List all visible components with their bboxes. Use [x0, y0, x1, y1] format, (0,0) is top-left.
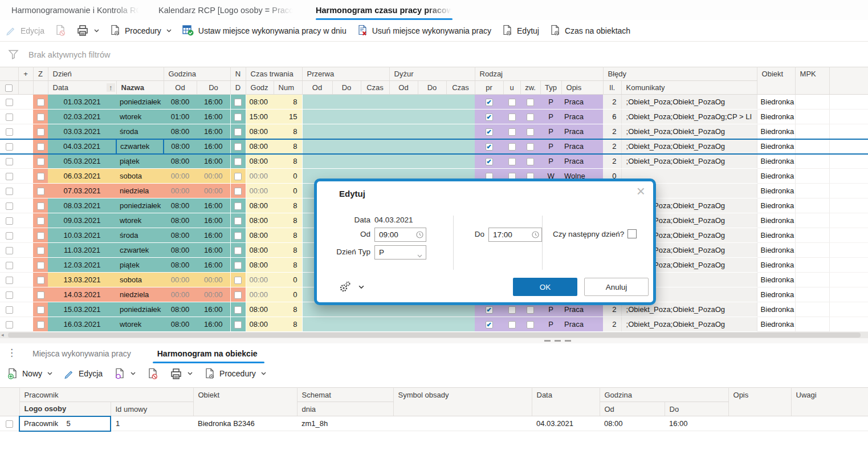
row-select-cell[interactable] [0, 95, 18, 110]
delete-document-button[interactable] [55, 25, 66, 37]
bheader-data[interactable]: Data [532, 388, 600, 416]
header-typ[interactable]: Typ [540, 81, 561, 95]
cell-duration-num[interactable]: 8 [274, 228, 302, 243]
checkbox[interactable] [6, 113, 13, 121]
row-z-cell[interactable] [33, 154, 48, 169]
cell-duration-num[interactable]: 8 [274, 258, 302, 273]
checkbox[interactable] [37, 202, 44, 210]
cell-day-name[interactable]: sobota [116, 169, 164, 184]
header-data[interactable]: Data↑ [48, 81, 116, 95]
cell-duration-num[interactable]: 8 [274, 302, 302, 317]
checkbox[interactable] [6, 262, 13, 269]
header-group-czas-trwania[interactable]: Czas trwania [246, 67, 302, 81]
checkbox[interactable] [234, 202, 242, 210]
cell-symbol-obsady[interactable] [393, 416, 532, 431]
tab-miejsca-wykonywania-pracy[interactable]: Miejsca wykonywania pracy [32, 343, 131, 363]
cell-error-messages[interactable]: ;Obiekt_Poza;Obiekt_PozaOg [621, 139, 757, 154]
cell-break-from[interactable] [302, 124, 332, 139]
checkbox[interactable] [6, 173, 13, 180]
cell-break-from[interactable] [302, 95, 332, 110]
checkbox[interactable] [37, 217, 44, 225]
row-select-cell[interactable] [0, 213, 18, 228]
row-expand-cell[interactable] [18, 228, 33, 243]
cell-day-name[interactable]: wtorek [116, 213, 164, 228]
cell-date[interactable]: 11.03.2021 [48, 243, 116, 258]
cell-duration-hours[interactable]: 15:00 [246, 110, 274, 124]
checkbox[interactable] [6, 158, 13, 165]
checkbox[interactable] [234, 217, 242, 225]
checkbox-checked[interactable]: ✔ [486, 306, 493, 314]
cell-day-name[interactable]: niedziela [116, 287, 164, 302]
cell-filler[interactable] [829, 124, 868, 139]
cell-duration-hours[interactable]: 08:00 [246, 95, 274, 110]
cell-object[interactable]: Biedronka [757, 154, 795, 169]
cell-day-name[interactable]: wtorek [116, 110, 164, 124]
checkbox[interactable] [6, 232, 13, 240]
cell-duration-hours[interactable]: 08:00 [246, 258, 274, 273]
set-workplace-button[interactable]: Ustaw miejsce wykonywania pracy w dniu [182, 25, 347, 37]
cell-zw-checkbox[interactable] [520, 317, 540, 332]
row-select-cell[interactable] [0, 110, 18, 124]
checkbox[interactable] [508, 306, 516, 314]
cell-mpk[interactable] [795, 317, 829, 332]
cell-next-day[interactable] [230, 198, 246, 213]
checkbox[interactable] [527, 99, 534, 106]
checkbox[interactable] [37, 306, 44, 314]
bheader-opis[interactable]: Opis [728, 388, 791, 416]
cell-next-day[interactable] [230, 302, 246, 317]
cell-time-to[interactable]: 16:00 [197, 243, 230, 258]
header-komunikaty[interactable]: Komunikaty [621, 81, 757, 95]
checkbox[interactable] [234, 277, 242, 284]
checkbox[interactable] [6, 99, 13, 106]
cell-next-day[interactable] [230, 243, 246, 258]
cell-duty-from[interactable] [389, 154, 418, 169]
cell-date[interactable]: 05.03.2021 [48, 154, 116, 169]
cell-object[interactable]: Biedronka [757, 287, 795, 302]
row-select-cell[interactable] [0, 169, 18, 184]
cell-type[interactable]: P [540, 317, 561, 332]
header-obiekt[interactable]: Obiekt [757, 67, 795, 95]
cell-next-day[interactable] [230, 95, 246, 110]
cell-pr-checkbox[interactable]: ✔ [475, 95, 503, 110]
cell-duration-hours[interactable]: 00:00 [246, 184, 274, 198]
row-z-cell[interactable] [33, 139, 48, 154]
cell-duty-time[interactable] [446, 124, 475, 139]
checkbox[interactable] [37, 188, 44, 195]
cell-next-day[interactable] [230, 169, 246, 184]
cell-duration-num[interactable]: 8 [274, 139, 302, 154]
cell-filler[interactable] [829, 258, 868, 273]
cell-error-count[interactable]: 6 [603, 110, 621, 124]
cell-mpk[interactable] [795, 95, 829, 110]
header-zw[interactable]: zw. [520, 81, 540, 95]
cell-filler[interactable] [829, 287, 868, 302]
tab-kalendarz-rcp[interactable]: Kalendarz RCP [Logo osoby = Pracown [158, 0, 294, 20]
cell-day-name[interactable]: piątek [116, 258, 164, 273]
cell-time-to[interactable]: 16:00 [197, 198, 230, 213]
header-group-godzina[interactable]: Godzina [164, 67, 230, 81]
cell-mpk[interactable] [795, 139, 829, 154]
cell-break-time[interactable] [361, 124, 389, 139]
cell-day-name[interactable]: poniedziałek [116, 198, 164, 213]
schedule-row[interactable]: 05.03.2021piątek08:0016:0008:008✔PPraca2… [0, 154, 868, 169]
cell-pr-checkbox[interactable]: ✔ [475, 317, 503, 332]
cell-date[interactable]: 16.03.2021 [48, 317, 116, 332]
cell-time-to[interactable]: 00:00 [197, 287, 230, 302]
cell-time-from[interactable]: 00:00 [164, 273, 197, 287]
cell-error-messages[interactable]: ;Obiekt_Poza;Obiekt_PozaOg [621, 95, 757, 110]
cell-duty-time[interactable] [446, 317, 475, 332]
cell-mpk[interactable] [795, 287, 829, 302]
cell-mpk[interactable] [795, 258, 829, 273]
checkbox[interactable] [6, 291, 13, 299]
cell-time-from[interactable]: 00:00 [164, 169, 197, 184]
cell-time-from[interactable]: 08:00 [164, 154, 197, 169]
cell-schemat[interactable]: zm1_8h [297, 416, 393, 431]
bheader-dnia[interactable]: dnia [297, 402, 393, 416]
checkbox-checked[interactable]: ✔ [486, 99, 493, 106]
cell-break-to[interactable] [332, 139, 361, 154]
cell-duty-from[interactable] [389, 124, 418, 139]
cell-duration-hours[interactable]: 08:00 [246, 154, 274, 169]
tab-harmonogramowanie-i-kontrola[interactable]: Harmonogramowanie i Kontrola RCP [11, 0, 140, 20]
cell-filler[interactable] [829, 154, 868, 169]
row-select-cell[interactable] [0, 258, 18, 273]
tab-harmonogram-czasu-pracy[interactable]: Harmonogram czasu pracy pracownikó [316, 0, 453, 20]
